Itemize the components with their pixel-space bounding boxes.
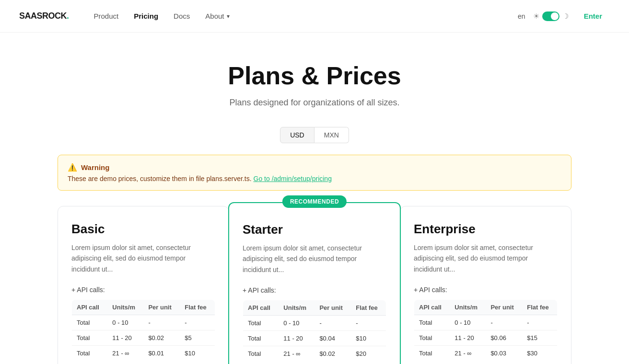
basic-col-api: API call [72, 300, 108, 315]
table-row: Total 11 - 20 $0.02 $5 [72, 330, 215, 346]
basic-col-flatfee: Flat fee [180, 300, 215, 315]
enterprise-row2-perunit: $0.03 [486, 346, 522, 361]
plan-enterprise-description: Lorem ipsum dolor sit amet, consectetur … [414, 242, 558, 274]
starter-col-flatfee: Flat fee [351, 300, 386, 316]
nav-product[interactable]: Product [88, 8, 125, 24]
basic-row2-flatfee: $10 [180, 346, 215, 361]
basic-row2-units: 21 - ∞ [107, 346, 143, 361]
logo-saas: SAAS [19, 11, 42, 21]
table-row: Total 21 - ∞ $0.01 $10 [72, 346, 215, 361]
currency-mxn[interactable]: MXN [314, 127, 349, 143]
nav-pricing[interactable]: Pricing [128, 8, 164, 24]
starter-row0-call: Total [243, 316, 279, 331]
warning-text: These are demo prices, customize them in… [68, 175, 561, 182]
plan-enterprise-name: Enterprise [414, 222, 558, 237]
sun-icon: ☀ [533, 12, 539, 21]
navbar: SAASROCK. Product Pricing Docs About ▾ e… [0, 0, 629, 33]
warning-icon: ⚠️ [68, 163, 77, 172]
starter-row2-call: Total [243, 346, 279, 362]
basic-row1-flatfee: $5 [180, 330, 215, 346]
nav-docs[interactable]: Docs [168, 8, 196, 24]
starter-row0-flatfee: - [351, 316, 386, 331]
plan-starter-description: Lorem ipsum dolor sit amet, consectetur … [243, 243, 386, 275]
enterprise-row0-perunit: - [486, 315, 522, 330]
starter-row2-units: 21 - ∞ [279, 346, 314, 362]
navbar-left: SAASROCK. Product Pricing Docs About ▾ [19, 8, 235, 24]
currency-section: USD MXN [0, 127, 629, 143]
logo-rock: ROCK [42, 11, 67, 21]
plan-starter-name: Starter [243, 222, 386, 237]
enterprise-row2-call: Total [414, 346, 450, 361]
chevron-down-icon: ▾ [227, 13, 230, 20]
table-row: Total 11 - 20 $0.04 $10 [243, 331, 386, 346]
plan-starter-api-table: API call Units/m Per unit Flat fee Total… [243, 300, 386, 362]
nav-about-label: About [205, 12, 224, 20]
table-row: Total 0 - 10 - - [243, 316, 386, 331]
recommended-badge: RECOMMENDED [282, 195, 347, 208]
starter-row1-flatfee: $10 [351, 331, 386, 346]
moon-icon: ☽ [562, 12, 569, 21]
plan-basic: Basic Lorem ipsum dolor sit amet, consec… [58, 206, 229, 364]
hero-section: Plans & Prices Plans designed for organi… [0, 33, 629, 127]
logo: SAASROCK. [19, 11, 69, 21]
plan-enterprise-api-label: + API calls: [414, 286, 558, 294]
theme-toggle: ☀ ☽ [533, 11, 569, 21]
basic-row0-call: Total [72, 315, 108, 330]
plans-container: Basic Lorem ipsum dolor sit amet, consec… [58, 206, 571, 364]
enterprise-row1-flatfee: $15 [522, 330, 557, 346]
starter-col-units: Units/m [279, 300, 314, 316]
warning-header: ⚠️ Warning [68, 163, 561, 172]
starter-col-api: API call [243, 300, 279, 316]
warning-banner: ⚠️ Warning These are demo prices, custom… [58, 155, 571, 191]
enterprise-col-units: Units/m [450, 300, 486, 315]
hero-subtitle: Plans designed for organizations of all … [10, 98, 619, 108]
enterprise-col-perunit: Per unit [486, 300, 522, 315]
warning-message: These are demo prices, customize them in… [68, 175, 252, 182]
table-row: Total 21 - ∞ $0.03 $30 [414, 346, 558, 361]
enterprise-row1-perunit: $0.06 [486, 330, 522, 346]
starter-col-perunit: Per unit [314, 300, 351, 316]
basic-row0-units: 0 - 10 [107, 315, 143, 330]
basic-row1-perunit: $0.02 [143, 330, 180, 346]
plan-basic-description: Lorem ipsum dolor sit amet, consectetur … [71, 242, 215, 274]
warning-title: Warning [81, 163, 109, 171]
plan-enterprise-api-table: API call Units/m Per unit Flat fee Total… [414, 299, 558, 361]
nav-about[interactable]: About ▾ [199, 8, 235, 24]
basic-row2-call: Total [72, 346, 108, 361]
plan-enterprise: Enterprise Lorem ipsum dolor sit amet, c… [400, 206, 571, 364]
plan-starter-api-label: + API calls: [243, 286, 386, 294]
warning-link[interactable]: Go to /admin/setup/pricing [254, 175, 332, 182]
basic-row0-flatfee: - [180, 315, 215, 330]
starter-row1-units: 11 - 20 [279, 331, 314, 346]
language-selector[interactable]: en [518, 12, 525, 20]
basic-row0-perunit: - [143, 315, 180, 330]
theme-toggle-switch[interactable] [542, 11, 559, 21]
enterprise-row2-units: 21 - ∞ [450, 346, 486, 361]
toggle-knob [551, 12, 559, 20]
enter-button[interactable]: Enter [576, 8, 610, 24]
plan-basic-name: Basic [71, 222, 215, 237]
enterprise-row1-call: Total [414, 330, 450, 346]
table-row: Total 11 - 20 $0.06 $15 [414, 330, 558, 346]
plan-starter: RECOMMENDED Starter Lorem ipsum dolor si… [228, 202, 401, 364]
plan-basic-api-table: API call Units/m Per unit Flat fee Total… [71, 299, 215, 361]
plan-basic-api-label: + API calls: [71, 286, 215, 294]
enterprise-row0-call: Total [414, 315, 450, 330]
currency-usd[interactable]: USD [280, 127, 314, 143]
starter-row0-perunit: - [314, 316, 351, 331]
table-row: Total 0 - 10 - - [72, 315, 215, 330]
basic-row1-units: 11 - 20 [107, 330, 143, 346]
basic-row2-perunit: $0.01 [143, 346, 180, 361]
basic-col-units: Units/m [107, 300, 143, 315]
enterprise-row1-units: 11 - 20 [450, 330, 486, 346]
starter-row0-units: 0 - 10 [279, 316, 314, 331]
navbar-right: en ☀ ☽ Enter [518, 8, 610, 24]
enterprise-row2-flatfee: $30 [522, 346, 557, 361]
starter-row1-call: Total [243, 331, 279, 346]
basic-col-perunit: Per unit [143, 300, 180, 315]
currency-tabs: USD MXN [280, 127, 349, 143]
starter-row1-perunit: $0.04 [314, 331, 351, 346]
table-row: Total 21 - ∞ $0.02 $20 [243, 346, 386, 362]
enterprise-row0-flatfee: - [522, 315, 557, 330]
enterprise-col-api: API call [414, 300, 450, 315]
